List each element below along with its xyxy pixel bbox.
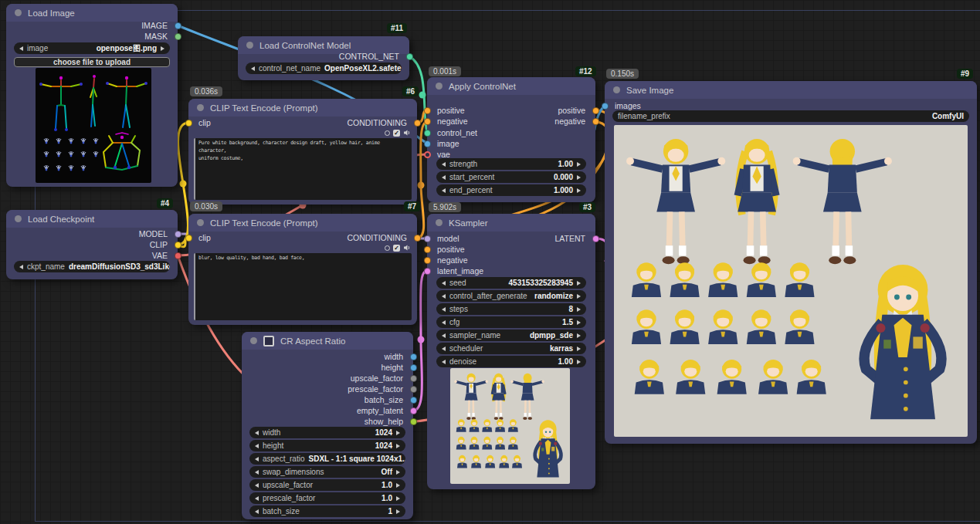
- collapse-dot-icon[interactable]: [436, 219, 443, 226]
- cfg-widget[interactable]: cfg1.5: [436, 316, 586, 328]
- node-load-checkpoint[interactable]: Load Checkpoint MODEL CLIP VAE ckpt_name…: [6, 210, 178, 279]
- increment-arrow-icon[interactable]: [161, 46, 164, 51]
- height-widget[interactable]: height1024: [249, 440, 405, 451]
- end-percent-widget[interactable]: end_percent1.000: [436, 184, 586, 196]
- output-port-vae[interactable]: [175, 252, 181, 259]
- increment-arrow-icon[interactable]: [577, 347, 581, 351]
- checkbox-checked-icon[interactable]: ✓: [393, 245, 400, 252]
- collapse-dot-icon[interactable]: [15, 9, 22, 16]
- prescale-factor-widget[interactable]: prescale_factor1.0: [249, 492, 405, 504]
- seed-widget[interactable]: seed453153325283945: [436, 277, 586, 289]
- strength-widget[interactable]: strength1.00: [436, 158, 586, 170]
- output-port-empty-latent[interactable]: [410, 407, 417, 414]
- input-port-images[interactable]: [602, 103, 609, 110]
- input-port-clip[interactable]: [185, 235, 192, 242]
- decrement-arrow-icon[interactable]: [442, 281, 446, 286]
- collapse-dot-icon[interactable]: [246, 42, 253, 49]
- increment-arrow-icon[interactable]: [577, 320, 581, 325]
- output-port-upscale-factor[interactable]: [410, 375, 417, 382]
- output-port-control-net[interactable]: [406, 53, 413, 60]
- collapse-dot-icon[interactable]: [250, 337, 257, 344]
- control-after-generate-widget[interactable]: control_after_generaterandomize: [436, 290, 586, 302]
- speaker-icon[interactable]: [403, 244, 411, 252]
- node-clip-positive-header[interactable]: CLIP Text Encode (Prompt): [188, 99, 417, 117]
- negative-prompt-textarea[interactable]: blur, low quality, bad hand, bad face,: [194, 253, 412, 320]
- speaker-icon[interactable]: [403, 129, 411, 137]
- output-port-prescale-factor[interactable]: [410, 386, 417, 393]
- decrement-arrow-icon[interactable]: [19, 46, 23, 51]
- node-load-checkpoint-header[interactable]: Load Checkpoint: [6, 210, 178, 228]
- decrement-arrow-icon[interactable]: [442, 307, 446, 312]
- increment-arrow-icon[interactable]: [577, 188, 581, 193]
- positive-prompt-textarea[interactable]: Pure white background, character design …: [194, 138, 412, 200]
- output-port-clip[interactable]: [175, 242, 181, 248]
- swap-dimensions-widget[interactable]: swap_dimensionsOff: [249, 466, 405, 478]
- increment-arrow-icon[interactable]: [577, 294, 581, 299]
- node-cr-aspect-ratio-header[interactable]: CR Aspect Ratio: [242, 332, 413, 350]
- input-port-negative[interactable]: [424, 118, 431, 125]
- decrement-arrow-icon[interactable]: [442, 294, 446, 299]
- aspect-ratio-widget[interactable]: aspect_ratioSDXL - 1:1 square 1024x1...: [249, 453, 405, 465]
- output-port-show-help[interactable]: [410, 418, 417, 425]
- output-port-image[interactable]: [175, 22, 181, 29]
- node-ksampler-header[interactable]: KSampler: [427, 214, 595, 232]
- sampler-name-widget[interactable]: sampler_namedpmpp_sde: [436, 330, 586, 341]
- increment-arrow-icon[interactable]: [577, 307, 581, 312]
- decrement-arrow-icon[interactable]: [442, 320, 446, 325]
- collapse-dot-icon[interactable]: [15, 215, 22, 222]
- output-port-height[interactable]: [410, 364, 417, 371]
- circle-toggle-icon[interactable]: [385, 245, 390, 251]
- output-port-positive[interactable]: [592, 107, 599, 114]
- decrement-arrow-icon[interactable]: [442, 175, 446, 180]
- upscale-factor-widget[interactable]: upscale_factor1.0: [249, 479, 405, 491]
- decrement-arrow-icon[interactable]: [442, 162, 446, 167]
- decrement-arrow-icon[interactable]: [251, 66, 255, 71]
- start-percent-widget[interactable]: start_percent0.000: [436, 171, 586, 183]
- output-port-negative[interactable]: [592, 118, 599, 125]
- node-save-image-header[interactable]: Save Image: [605, 81, 977, 99]
- input-port-positive[interactable]: [424, 246, 431, 253]
- input-port-positive[interactable]: [424, 107, 431, 114]
- decrement-arrow-icon[interactable]: [255, 444, 259, 448]
- decrement-arrow-icon[interactable]: [255, 509, 259, 514]
- input-port-clip[interactable]: [185, 120, 192, 127]
- increment-arrow-icon[interactable]: [396, 470, 400, 475]
- increment-arrow-icon[interactable]: [577, 360, 581, 364]
- choose-file-button[interactable]: choose file to upload: [14, 57, 170, 67]
- decrement-arrow-icon[interactable]: [19, 265, 23, 269]
- decrement-arrow-icon[interactable]: [255, 457, 259, 461]
- steps-widget[interactable]: steps8: [436, 303, 586, 315]
- checkbox-checked-icon[interactable]: ✓: [393, 130, 400, 137]
- node-apply-controlnet[interactable]: Apply ControlNet positive positive negat…: [427, 77, 595, 202]
- collapse-dot-icon[interactable]: [197, 219, 204, 226]
- output-port-conditioning[interactable]: [414, 235, 421, 242]
- comfyui-canvas[interactable]: { "icons": { "check": "✓" }, "colors": {…: [0, 0, 980, 524]
- increment-arrow-icon[interactable]: [577, 175, 581, 180]
- increment-arrow-icon[interactable]: [396, 483, 400, 488]
- scheduler-widget[interactable]: schedulerkarras: [436, 343, 586, 354]
- node-cr-aspect-ratio[interactable]: CR Aspect Ratio width height upscale_fac…: [242, 332, 413, 519]
- output-port-width[interactable]: [410, 353, 417, 360]
- circle-toggle-icon[interactable]: [385, 130, 390, 136]
- output-port-model[interactable]: [175, 231, 181, 238]
- increment-arrow-icon[interactable]: [396, 444, 400, 448]
- collapse-dot-icon[interactable]: [436, 83, 443, 90]
- input-port-latent-image[interactable]: [424, 268, 431, 275]
- decrement-arrow-icon[interactable]: [442, 347, 446, 351]
- node-clip-text-encode-negative[interactable]: CLIP Text Encode (Prompt) clip CONDITION…: [188, 214, 417, 325]
- increment-arrow-icon[interactable]: [577, 333, 581, 338]
- decrement-arrow-icon[interactable]: [255, 470, 259, 475]
- increment-arrow-icon[interactable]: [577, 162, 581, 167]
- ckpt-name-combo-widget[interactable]: ckpt_name dreamDiffusionSD3_sd3Like...: [14, 261, 170, 272]
- increment-arrow-icon[interactable]: [396, 496, 400, 501]
- node-load-controlnet-model[interactable]: Load ControlNet Model CONTROL_NET contro…: [238, 36, 409, 80]
- decrement-arrow-icon[interactable]: [442, 188, 446, 193]
- control-net-name-combo-widget[interactable]: control_net_name OpenPoseXL2.safete...: [246, 63, 402, 74]
- collapse-dot-icon[interactable]: [197, 104, 204, 111]
- node-clip-negative-header[interactable]: CLIP Text Encode (Prompt): [188, 214, 417, 232]
- filename-prefix-widget[interactable]: filename_prefix ComfyUI: [612, 110, 969, 122]
- batch-size-widget[interactable]: batch_size1: [249, 505, 405, 517]
- node-apply-controlnet-header[interactable]: Apply ControlNet: [427, 77, 595, 95]
- input-port-image[interactable]: [424, 140, 431, 147]
- node-load-image-header[interactable]: Load Image: [6, 4, 178, 22]
